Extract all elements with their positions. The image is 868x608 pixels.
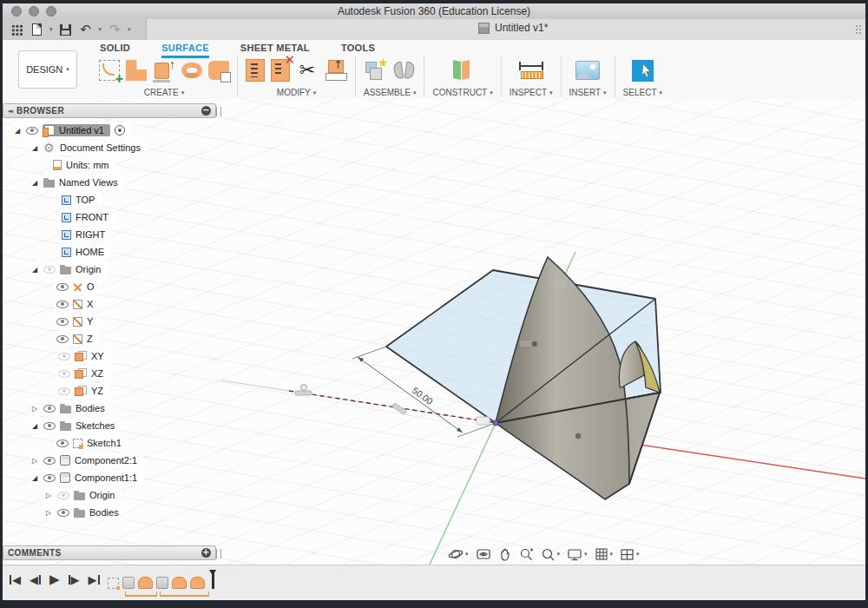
visibility-eye-icon[interactable] [43, 405, 56, 413]
file-menu-button[interactable] [30, 23, 43, 36]
visibility-eye-icon[interactable] [56, 335, 69, 343]
timeline-item-component[interactable] [156, 577, 168, 589]
visibility-eye-icon[interactable] [57, 492, 69, 499]
browser-row-xy[interactable]: XY [56, 348, 111, 364]
browser-row-yz[interactable]: YZ [56, 383, 110, 399]
browser-row-component2-1[interactable]: ▷Component2:1 [29, 453, 144, 468]
group-label-inspect[interactable]: INSPECT▾ [510, 88, 553, 97]
browser-row-x[interactable]: X [55, 296, 100, 312]
file-menu-caret-icon[interactable]: ▾ [49, 26, 53, 33]
visibility-eye-icon[interactable] [58, 370, 70, 378]
browser-row-top[interactable]: TOP [60, 192, 102, 208]
patch-icon[interactable] [126, 60, 147, 81]
browser-row-home[interactable]: HOME [60, 244, 111, 260]
browser-row-component1-1[interactable]: ◢Component1:1 [29, 470, 144, 486]
collapse-panel-icon[interactable]: ◂◂ [8, 108, 12, 115]
timeline-position-marker[interactable] [209, 570, 217, 589]
visibility-eye-icon[interactable] [57, 509, 69, 517]
pan-icon[interactable] [498, 547, 512, 562]
revolve-icon[interactable] [181, 63, 202, 78]
timeline-item-component[interactable] [122, 577, 135, 589]
group-label-construct[interactable]: CONSTRUCT▾ [432, 88, 492, 97]
group-label-insert[interactable]: INSERT▾ [569, 88, 607, 97]
browser-row-origin[interactable]: ◢Origin [29, 261, 108, 277]
visibility-eye-icon[interactable] [56, 318, 69, 326]
browser-panel-header[interactable]: ◂◂ BROWSER − [3, 103, 216, 118]
measure-icon[interactable] [519, 61, 543, 80]
browser-row-y[interactable]: Y [55, 314, 100, 329]
collapse-arrow-icon[interactable]: ◢ [30, 144, 39, 152]
joint-icon[interactable] [394, 60, 415, 81]
dimension-value[interactable]: 50.00 [411, 385, 435, 406]
expand-arrow-icon[interactable]: ▷ [30, 457, 39, 465]
visibility-eye-icon[interactable] [58, 353, 70, 360]
insert-canvas-icon[interactable] [575, 61, 600, 80]
group-label-modify[interactable]: MODIFY▾ [277, 88, 316, 97]
display-settings-icon[interactable]: ▾ [567, 547, 588, 562]
timeline-item-feature[interactable] [172, 577, 187, 589]
visibility-eye-icon[interactable] [43, 474, 56, 482]
viewports-icon[interactable]: ▾ [620, 548, 640, 561]
construct-plane-icon[interactable] [451, 59, 474, 82]
browser-row-units-mm[interactable]: Units: mm [51, 157, 116, 173]
visibility-eye-icon[interactable] [56, 301, 69, 308]
save-button[interactable] [59, 23, 73, 36]
app-grid-icon[interactable] [10, 23, 23, 36]
panel-grip[interactable] [216, 107, 221, 116]
timeline-step-forward-button[interactable]: ▶ [69, 574, 80, 585]
visibility-eye-icon[interactable] [43, 266, 56, 274]
browser-row-right[interactable]: RIGHT [60, 227, 112, 242]
collapse-arrow-icon[interactable]: ◢ [30, 179, 39, 187]
timeline-item-feature[interactable] [138, 577, 153, 589]
undo-caret-icon[interactable]: ▾ [99, 26, 102, 33]
panel-grip[interactable] [216, 549, 221, 558]
orbit-icon[interactable]: ▾ [448, 546, 469, 562]
create-sketch-icon[interactable] [99, 60, 120, 81]
expand-arrow-icon[interactable]: ▷ [44, 509, 53, 517]
timeline-skip-start-button[interactable]: ◀ [10, 574, 21, 585]
visibility-eye-icon[interactable] [56, 283, 69, 291]
comments-plus-button[interactable]: + [201, 548, 211, 558]
browser-row-z[interactable]: Z [55, 331, 100, 347]
collapse-arrow-icon[interactable]: ◢ [30, 422, 39, 430]
collapse-arrow-icon[interactable]: ◢ [30, 474, 39, 482]
document-tab[interactable]: Untitled v1* [478, 22, 548, 34]
browser-minus-button[interactable]: − [201, 106, 211, 116]
redo-button[interactable]: ↷ [108, 23, 122, 36]
browser-row-sketches[interactable]: ◢Sketches [29, 418, 122, 433]
visibility-eye-icon[interactable] [58, 387, 70, 395]
timeline-play-button[interactable]: ▶ [49, 574, 60, 585]
visibility-eye-icon[interactable] [56, 439, 69, 447]
new-component-icon[interactable] [365, 60, 388, 81]
redo-caret-icon[interactable]: ▾ [128, 26, 131, 33]
visibility-eye-icon[interactable] [43, 457, 56, 465]
browser-row-named-views[interactable]: ◢Named Views [29, 175, 125, 190]
browser-row-origin[interactable]: ▷Origin [43, 487, 122, 503]
delete-face-icon[interactable] [271, 59, 290, 82]
timeline-item-feature[interactable] [190, 577, 205, 589]
timeline-item-sketch[interactable] [108, 578, 119, 589]
browser-row-xz[interactable]: XZ [56, 366, 110, 381]
activate-component-radio[interactable] [115, 125, 125, 135]
select-tool-icon[interactable] [632, 60, 654, 82]
timeline-skip-end-button[interactable]: ▶ [89, 574, 100, 585]
group-label-assemble[interactable]: ASSEMBLE▾ [364, 88, 416, 97]
design-workspace-selector[interactable]: DESIGN ▾ [18, 50, 77, 89]
timeline-step-back-button[interactable]: ◀ [30, 574, 41, 585]
collapse-arrow-icon[interactable]: ◢ [30, 266, 39, 274]
expand-arrow-icon[interactable]: ▷ [30, 405, 39, 413]
tab-overflow-icon[interactable] [855, 24, 862, 34]
extend-icon[interactable]: ↑ [325, 59, 347, 82]
browser-row-bodies[interactable]: ▷Bodies [43, 505, 126, 520]
browser-row-bodies[interactable]: ▷Bodies [29, 400, 112, 416]
collapse-arrow-icon[interactable]: ◢ [13, 127, 22, 135]
browser-row-o[interactable]: O [55, 279, 102, 294]
browser-row-untitled-v1[interactable]: ◢Untitled v1 [11, 122, 132, 138]
extrude-icon[interactable] [153, 59, 175, 82]
visibility-eye-icon[interactable] [26, 127, 38, 135]
browser-row-document-settings[interactable]: ◢Document Settings [29, 140, 148, 155]
browser-row-front[interactable]: FRONT [60, 209, 115, 225]
press-pull-icon[interactable] [246, 59, 265, 82]
undo-button[interactable]: ↶ [79, 23, 93, 36]
look-at-icon[interactable] [476, 547, 491, 561]
